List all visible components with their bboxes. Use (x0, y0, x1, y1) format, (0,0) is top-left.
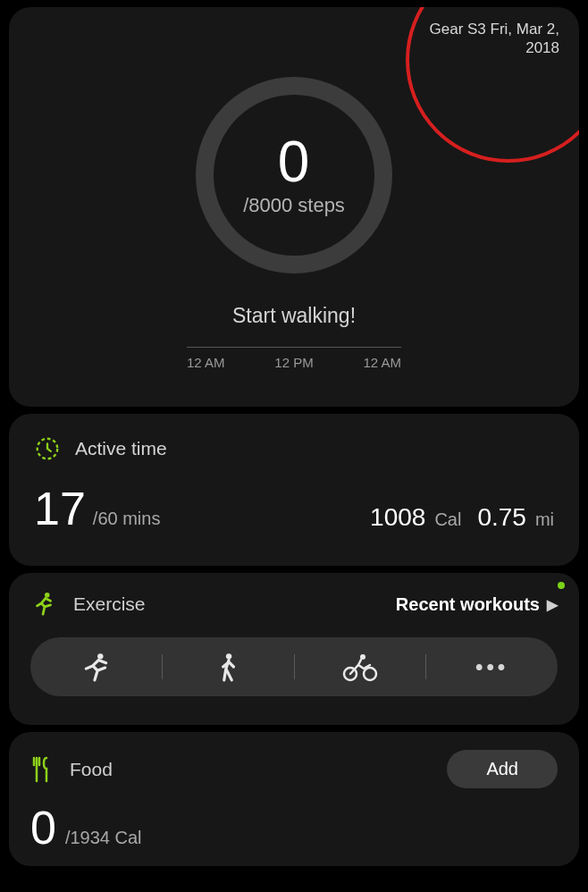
active-cal-unit: Cal (434, 509, 461, 530)
steps-value: 0 (278, 133, 311, 190)
device-date-line1: Gear S3 Fri, Mar 2, (430, 20, 559, 38)
device-date: Gear S3 Fri, Mar 2, 2018 (430, 20, 559, 58)
svg-point-2 (45, 593, 50, 598)
active-cal-value: 1008 (370, 503, 425, 532)
exercise-card[interactable]: Exercise Recent workouts ▶ (9, 573, 579, 725)
steps-card[interactable]: Gear S3 Fri, Mar 2, 2018 0 /8000 steps S… (9, 7, 579, 407)
device-date-line2: 2018 (430, 38, 559, 57)
chevron-right-icon: ▶ (547, 596, 558, 613)
food-title: Food (70, 759, 113, 780)
food-icon (30, 756, 54, 783)
timeline-t1: 12 PM (274, 355, 313, 370)
exercise-option-running[interactable] (30, 637, 162, 696)
exercise-title: Exercise (73, 593, 146, 615)
cycling-icon (342, 652, 378, 682)
active-dist-value: 0.75 (477, 503, 526, 532)
food-cal-goal: /1934 Cal (65, 828, 142, 848)
steps-timeline: 12 AM 12 PM 12 AM (187, 347, 401, 370)
steps-goal: /8000 steps (243, 194, 345, 217)
exercise-option-walking[interactable] (163, 637, 294, 696)
more-icon: ••• (475, 654, 508, 679)
active-minutes-value: 17 (34, 485, 86, 532)
steps-cta: Start walking! (9, 304, 579, 328)
timeline-t2: 12 AM (363, 355, 401, 370)
active-time-card[interactable]: Active time 17 /60 mins 1008 Cal 0.75 mi (9, 414, 579, 566)
exercise-indicator-dot (558, 582, 565, 589)
timeline-divider (187, 347, 401, 348)
svg-point-6 (364, 668, 376, 680)
exercise-quick-start-bar: ••• (30, 637, 558, 696)
exercise-icon (30, 591, 57, 618)
recent-workouts-button[interactable]: Recent workouts ▶ (396, 594, 558, 615)
running-icon (80, 652, 111, 682)
steps-progress-ring: 0 /8000 steps (190, 72, 398, 279)
walking-icon (213, 652, 243, 682)
active-time-title: Active time (75, 438, 167, 459)
active-dist-unit: mi (535, 509, 554, 530)
recent-workouts-label: Recent workouts (396, 594, 540, 615)
exercise-option-more[interactable]: ••• (426, 637, 558, 696)
timeline-t0: 12 AM (187, 355, 225, 370)
food-add-button[interactable]: Add (447, 750, 558, 788)
active-time-icon (34, 435, 61, 462)
svg-point-3 (98, 653, 104, 659)
exercise-option-cycling[interactable] (295, 637, 426, 696)
active-minutes-goal: /60 mins (93, 509, 161, 529)
food-cal-value: 0 (30, 804, 56, 851)
svg-point-4 (226, 653, 231, 659)
food-card[interactable]: Food Add 0 /1934 Cal (9, 732, 579, 866)
